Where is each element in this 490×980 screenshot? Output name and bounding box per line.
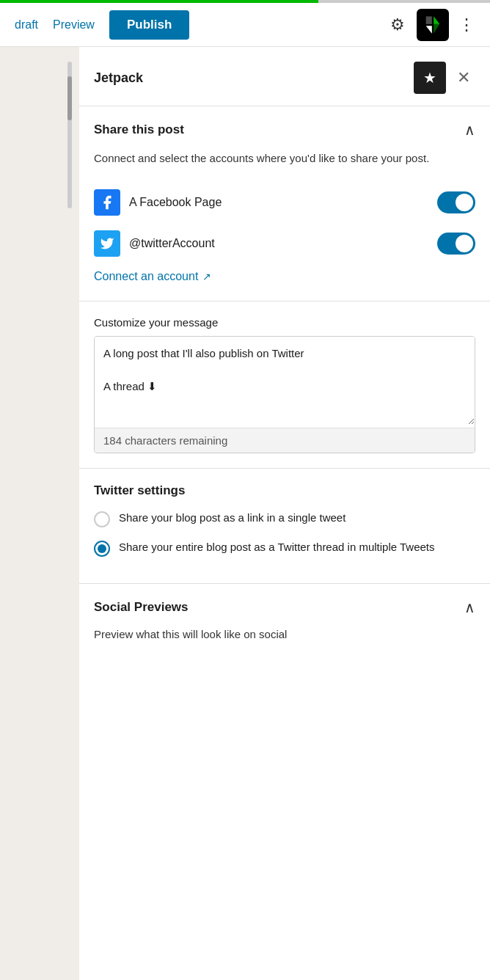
social-previews-description: Preview what this will look like on soci… <box>94 626 475 643</box>
single-tweet-label: Share your blog post as a link in a sing… <box>119 510 475 527</box>
social-previews-section: Social Previews ∧ Preview what this will… <box>79 584 490 658</box>
single-tweet-option[interactable]: Share your blog post as a link in a sing… <box>94 510 475 527</box>
progress-bar <box>0 0 490 3</box>
share-post-title: Share this post <box>94 122 184 137</box>
social-previews-title: Social Previews <box>94 600 189 615</box>
draft-link[interactable]: draft <box>12 12 41 37</box>
toolbar: draft Preview Publish ⚙ ⋮ <box>0 3 490 47</box>
twitter-settings-title: Twitter settings <box>94 483 475 498</box>
twitter-icon <box>94 230 120 257</box>
jetpack-star-button[interactable]: ★ <box>414 62 446 94</box>
share-post-description: Connect and select the accounts where yo… <box>94 150 475 167</box>
left-gutter <box>0 47 79 980</box>
message-counter: 184 characters remaining <box>95 428 475 453</box>
single-tweet-radio[interactable] <box>94 511 110 527</box>
panel: Jetpack ★ ✕ Share this post ∧ Connect an… <box>79 47 490 980</box>
jetpack-header: Jetpack ★ ✕ <box>79 47 490 106</box>
svg-marker-1 <box>426 26 432 33</box>
share-post-chevron-icon[interactable]: ∧ <box>464 121 475 139</box>
facebook-toggle[interactable] <box>437 191 475 213</box>
connect-account-link[interactable]: Connect an account ↗ <box>94 270 211 283</box>
main-area: Jetpack ★ ✕ Share this post ∧ Connect an… <box>0 47 490 980</box>
social-previews-header: Social Previews ∧ <box>94 599 475 616</box>
customize-message-section: Customize your message 184 characters re… <box>79 301 490 469</box>
message-textarea-wrapper: 184 characters remaining <box>94 336 475 453</box>
more-options-icon[interactable]: ⋮ <box>455 12 478 38</box>
twitter-settings-section: Twitter settings Share your blog post as… <box>79 469 490 584</box>
twitter-toggle-slider <box>437 233 475 255</box>
publish-button[interactable]: Publish <box>109 10 189 40</box>
preview-link[interactable]: Preview <box>47 12 100 37</box>
twitter-account-row: @twitterAccount <box>94 223 475 264</box>
facebook-account-row: A Facebook Page <box>94 182 475 223</box>
scrollbar-track[interactable] <box>67 62 72 208</box>
jetpack-toolbar-icon[interactable] <box>417 9 449 41</box>
twitter-toggle[interactable] <box>437 233 475 255</box>
svg-marker-2 <box>434 23 439 33</box>
svg-marker-0 <box>434 16 439 23</box>
thread-option[interactable]: Share your entire blog post as a Twitter… <box>94 539 475 557</box>
social-previews-chevron-icon[interactable]: ∧ <box>464 599 475 616</box>
customize-message-label: Customize your message <box>94 316 475 329</box>
thread-radio[interactable] <box>94 541 110 557</box>
progress-bar-fill <box>0 0 318 3</box>
connect-account-label: Connect an account <box>94 270 198 283</box>
close-icon: ✕ <box>457 68 470 87</box>
jetpack-panel-title: Jetpack <box>94 70 143 86</box>
facebook-icon <box>94 189 120 216</box>
external-link-icon: ↗ <box>202 271 211 282</box>
message-textarea[interactable] <box>95 337 475 425</box>
svg-marker-3 <box>426 16 432 23</box>
share-post-section: Share this post ∧ Connect and select the… <box>79 106 490 301</box>
facebook-account-name: A Facebook Page <box>129 196 428 209</box>
twitter-account-name: @twitterAccount <box>129 237 428 250</box>
share-post-header: Share this post ∧ <box>94 121 475 139</box>
thread-label: Share your entire blog post as a Twitter… <box>119 539 475 556</box>
gear-icon[interactable]: ⚙ <box>384 12 411 38</box>
jetpack-close-button[interactable]: ✕ <box>452 66 475 89</box>
jetpack-header-actions: ★ ✕ <box>414 62 475 94</box>
scrollbar-thumb[interactable] <box>67 76 72 120</box>
facebook-toggle-slider <box>437 191 475 213</box>
star-icon: ★ <box>423 69 436 87</box>
